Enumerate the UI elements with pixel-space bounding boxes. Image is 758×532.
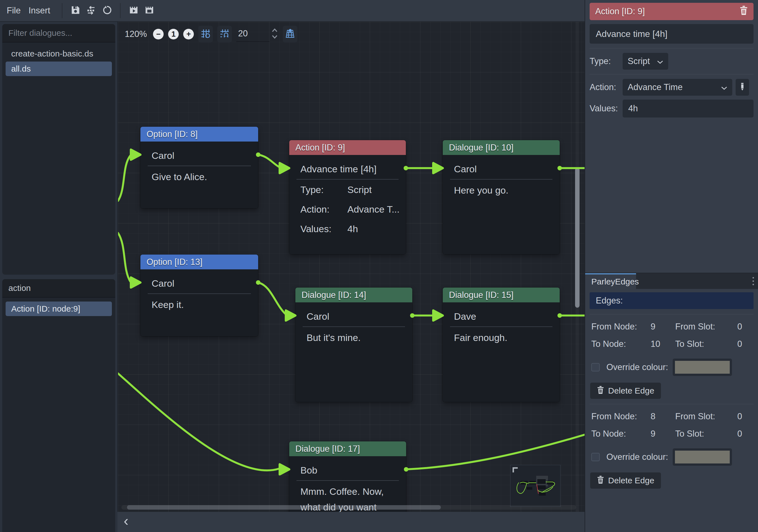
panel-menu-dots-icon[interactable] [752,273,758,289]
node-name: Advance time [4h] [289,161,406,177]
edge-to-row: To Node: 10 To Slot: 0 [591,339,753,349]
to-node-value[interactable]: 9 [651,429,675,439]
edge-from-row: From Node: 8 From Slot: 0 [591,411,753,421]
separator [590,74,753,74]
horizontal-scrollbar-thumb[interactable] [127,505,441,510]
values-field[interactable]: 4h [623,100,753,118]
menu-file[interactable]: File [7,3,26,18]
type-row: Type: Script [590,53,753,70]
run-dialogue-button[interactable] [127,3,140,18]
override-colour-checkbox[interactable] [591,453,600,461]
toggle-grid-button[interactable] [198,26,213,43]
node-header[interactable]: Option [ID: 8] [140,127,258,142]
chevron-down-icon [657,56,663,66]
vertical-scrollbar-thumb[interactable] [575,168,579,308]
node-speaker: Carol [140,148,258,163]
action-row: Action: Advance Time [590,79,753,96]
file-item-all[interactable]: all.ds [6,61,112,76]
node-text: Keep it. [140,297,258,312]
tab-parley-edges[interactable]: ParleyEdges [585,273,636,289]
graph-node-option-8[interactable]: Option [ID: 8] Carol Give to Alice. [140,127,258,208]
graph-node-dialogue-10[interactable]: Dialogue [ID: 10] Carol Here you go. [443,140,560,254]
action-dropdown[interactable]: Advance Time [623,79,732,96]
zoom-in-button[interactable]: + [183,29,194,39]
graph-node-dialogue-17[interactable]: Dialogue [ID: 17] Bob Mmm. Coffee. Now, … [289,442,406,512]
zoom-reset-button[interactable]: 1 [168,29,179,39]
from-node-value[interactable]: 8 [651,411,675,421]
zoom-out-button[interactable]: − [153,29,164,39]
collapse-sidebar-chevron-left-icon[interactable]: ‹ [123,514,128,530]
spinner-arrows-icon[interactable] [271,27,278,41]
port-arrow-option-13 [131,277,140,288]
node-header[interactable]: Dialogue [ID: 14] [295,288,412,302]
colour-picker-button[interactable] [673,359,732,376]
trash-icon [597,386,604,396]
snap-distance-input[interactable]: 20 [236,26,269,42]
node-divider [148,294,251,294]
reimport-button[interactable] [85,3,98,18]
node-text: But it's mine. [295,330,412,345]
graph-node-action-9[interactable]: Action [ID: 9] Advance time [4h] Type: S… [289,140,406,254]
graph-node-dialogue-15[interactable]: Dialogue [ID: 15] Dave Fair enough. [443,288,560,402]
graph-node-option-13[interactable]: Option [ID: 13] Carol Keep it. [140,255,258,336]
save-icon [71,5,81,16]
node-divider [450,326,552,327]
horizontal-scrollbar-track[interactable] [121,505,576,510]
port-arrow-dialogue-10 [433,163,443,173]
values-row: Values: 4h [590,100,753,118]
edges-list-header[interactable]: Edges: [590,292,753,309]
toggle-minimap-button[interactable] [283,26,297,43]
edge-block-8-9: From Node: 8 From Slot: 0 To Node: 9 To … [590,411,753,489]
node-header[interactable]: Action [ID: 9] [289,140,406,155]
separator [590,314,753,314]
to-slot-value[interactable]: 0 [737,429,753,439]
graph-canvas[interactable]: Option [ID: 8] Carol Give to Alice. Acti… [118,22,585,512]
file-item-create-action-basic[interactable]: create-action-basic.ds [6,47,112,61]
from-slot-value[interactable]: 0 [737,411,753,421]
from-slot-value[interactable]: 0 [737,322,753,332]
graph-node-dialogue-14[interactable]: Dialogue [ID: 14] Carol But it's mine. [295,288,412,402]
delete-edge-button[interactable]: Delete Edge [590,383,661,399]
toggle-snap-button[interactable] [217,26,232,43]
node-body: Carol Here you go. [443,155,560,254]
snap-grid-icon [200,28,211,40]
minimap-icon [285,28,295,40]
node-search-results: Action [ID: node:9] [2,298,115,320]
node-speaker: Carol [295,308,412,324]
undo-button[interactable] [100,3,113,18]
type-dropdown[interactable]: Script [623,53,668,70]
delete-edge-button[interactable]: Delete Edge [590,473,661,489]
edit-action-button[interactable] [736,79,749,96]
node-header[interactable]: Dialogue [ID: 10] [443,140,560,155]
node-text: Here you go. [443,182,560,198]
canvas-toolbar: 120% − 1 + 20 [125,26,297,43]
to-node-value[interactable]: 10 [651,339,675,349]
node-body: Advance time [4h] Type: Script Action: A… [289,155,406,254]
override-colour-row: Override colour: [591,359,753,376]
node-body: Carol Give to Alice. [140,142,258,208]
to-slot-value[interactable]: 0 [737,339,753,349]
parley-edges-panel: ParleyEdges Edges: From Node: 9 From Slo… [585,273,758,532]
node-name-field[interactable]: Advance time [4h] [590,24,753,44]
save-button[interactable] [69,3,82,18]
from-node-value[interactable]: 9 [651,322,675,332]
port-arrow-option-8 [131,150,140,160]
menu-insert[interactable]: Insert [28,3,55,18]
node-header[interactable]: Option [ID: 13] [140,255,258,269]
search-result-action-node-9[interactable]: Action [ID: node:9] [6,301,112,316]
node-header[interactable]: Dialogue [ID: 17] [289,442,406,456]
new-dialogue-button[interactable] [143,3,156,18]
values-label: Values: [590,103,623,114]
node-search-panel: Action [ID: node:9] [2,279,115,532]
node-divider [296,480,399,481]
edge-block-9-10: From Node: 9 From Slot: 0 To Node: 10 To… [590,322,753,399]
override-colour-checkbox[interactable] [591,363,600,372]
filter-dialogues-input[interactable] [8,28,115,38]
delete-node-trash-icon[interactable] [740,6,748,18]
node-search-input[interactable] [8,283,115,293]
inspector-title: Action [ID: 9] [595,6,645,17]
override-colour-row: Override colour: [591,448,753,466]
node-header[interactable]: Dialogue [ID: 15] [443,288,560,302]
minimap[interactable] [510,465,561,507]
colour-picker-button[interactable] [673,448,732,466]
